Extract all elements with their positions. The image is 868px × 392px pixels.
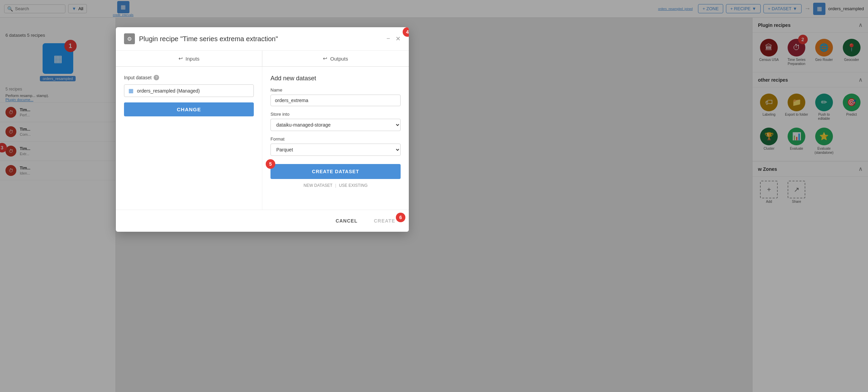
inputs-tab-icon: ↩ — [179, 55, 183, 62]
input-dataset-field: ▦ orders_resampled (Managed) 4 — [124, 84, 254, 97]
format-label: Format — [270, 136, 401, 142]
new-dataset-link[interactable]: NEW DATASET — [304, 183, 332, 188]
outputs-tab-icon: ↩ — [323, 55, 327, 62]
name-input[interactable] — [270, 95, 401, 106]
dialog-header: ⚙ Plugin recipe "Time series extrema ext… — [116, 27, 409, 51]
dialog-overlay: ⚙ Plugin recipe "Time series extrema ext… — [0, 0, 868, 392]
cancel-button[interactable]: CANCEL — [330, 215, 363, 226]
change-button[interactable]: CHANGE — [124, 102, 254, 116]
badge-6: 6 — [396, 213, 405, 222]
close-button[interactable]: ✕ — [396, 35, 401, 43]
store-into-group: Store into dataiku-managed-storageS3GCSH… — [270, 112, 401, 131]
dialog-title: Plugin recipe "Time series extrema extra… — [139, 35, 382, 43]
help-icon[interactable]: ? — [154, 75, 159, 80]
store-into-label: Store into — [270, 112, 401, 117]
tab-inputs[interactable]: ↩ Inputs — [116, 51, 262, 67]
input-dataset-value: orders_resampled (Managed) — [137, 88, 200, 94]
create-dataset-wrapper: 5 CREATE DATASET — [270, 161, 401, 179]
dataset-field-icon: ▦ — [128, 87, 134, 94]
dataset-links: NEW DATASET | USE EXISTING — [270, 183, 401, 188]
create-btn-wrapper: 6 CREATE — [368, 215, 401, 226]
dialog-outputs-panel: Add new dataset Name Store into dataiku-… — [262, 67, 409, 210]
input-dataset-label: Input dataset ? — [124, 75, 254, 80]
inputs-tab-label: Inputs — [186, 56, 200, 62]
create-dataset-button[interactable]: CREATE DATASET — [270, 164, 401, 179]
badge-5: 5 — [266, 159, 275, 169]
dialog-controls: − ✕ — [386, 35, 401, 43]
dialog-tabs: ↩ Inputs ↩ Outputs — [116, 51, 409, 67]
add-new-dataset-title: Add new dataset — [270, 75, 401, 82]
format-select[interactable]: ParquetCSVJSONAvro — [270, 144, 401, 156]
dialog-inputs-panel: Input dataset ? ▦ orders_resampled (Mana… — [116, 67, 262, 210]
name-label: Name — [270, 87, 401, 93]
name-group: Name — [270, 87, 401, 106]
store-into-select[interactable]: dataiku-managed-storageS3GCSHDFS — [270, 119, 401, 131]
dialog: ⚙ Plugin recipe "Time series extrema ext… — [116, 27, 409, 232]
minimize-button[interactable]: − — [386, 35, 390, 43]
outputs-tab-label: Outputs — [330, 56, 348, 62]
use-existing-link[interactable]: USE EXISTING — [339, 183, 368, 188]
format-group: Format ParquetCSVJSONAvro — [270, 136, 401, 156]
tab-outputs[interactable]: ↩ Outputs — [262, 51, 409, 67]
dialog-plugin-icon: ⚙ — [124, 33, 135, 44]
dialog-body: Input dataset ? ▦ orders_resampled (Mana… — [116, 67, 409, 210]
dialog-footer: CANCEL 6 CREATE — [116, 210, 409, 232]
